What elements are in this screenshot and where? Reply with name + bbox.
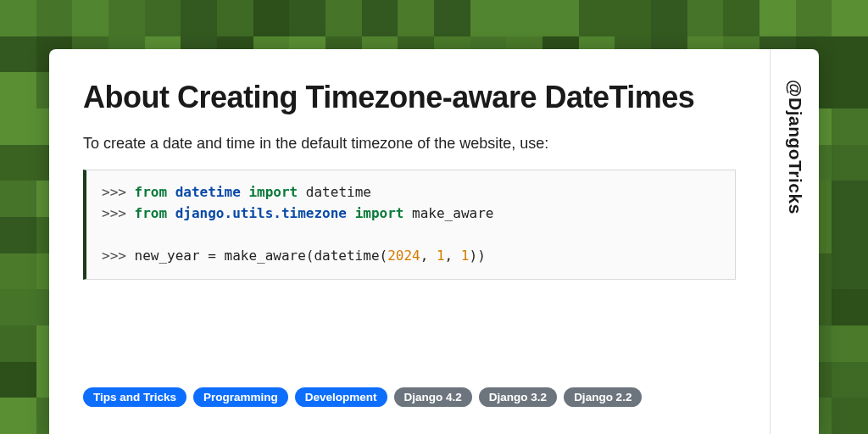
imported-name: make_aware [412,205,493,221]
prompt: >>> [102,205,135,221]
code-text: , [420,248,437,264]
prompt: >>> [102,184,135,200]
keyword-from: from [135,205,168,221]
code-text: )) [470,248,486,264]
card: About Creating Timezone-aware DateTimes … [49,49,819,434]
prompt: >>> [102,248,135,264]
tag[interactable]: Programming [193,387,288,407]
tag[interactable]: Django 2.2 [564,387,642,407]
module-name: django.utils.timezone [175,205,347,221]
number-literal: 2024 [387,248,420,264]
tag-list: Tips and TricksProgrammingDevelopmentDja… [83,387,736,407]
imported-name: datetime [306,184,371,200]
keyword-import: import [355,205,404,221]
tag[interactable]: Development [295,387,387,407]
keyword-import: import [248,184,298,200]
tag[interactable]: Django 3.2 [479,387,557,407]
tag[interactable]: Django 4.2 [394,387,472,407]
keyword-from: from [135,184,168,200]
author-handle: @DjangoTricks [785,80,805,214]
code-block: >>> from datetime import datetime >>> fr… [83,170,736,279]
tag[interactable]: Tips and Tricks [83,387,186,407]
number-literal: 1 [461,248,470,264]
page-title: About Creating Timezone-aware DateTimes [83,80,736,114]
card-content: About Creating Timezone-aware DateTimes … [49,49,770,434]
code-text: new_year = make_aware(datetime( [135,248,388,264]
module-name: datetime [175,184,241,200]
code-text: , [445,248,461,264]
description: To create a date and time in the default… [83,135,736,153]
sidebar: @DjangoTricks [770,49,819,434]
number-literal: 1 [437,248,445,264]
